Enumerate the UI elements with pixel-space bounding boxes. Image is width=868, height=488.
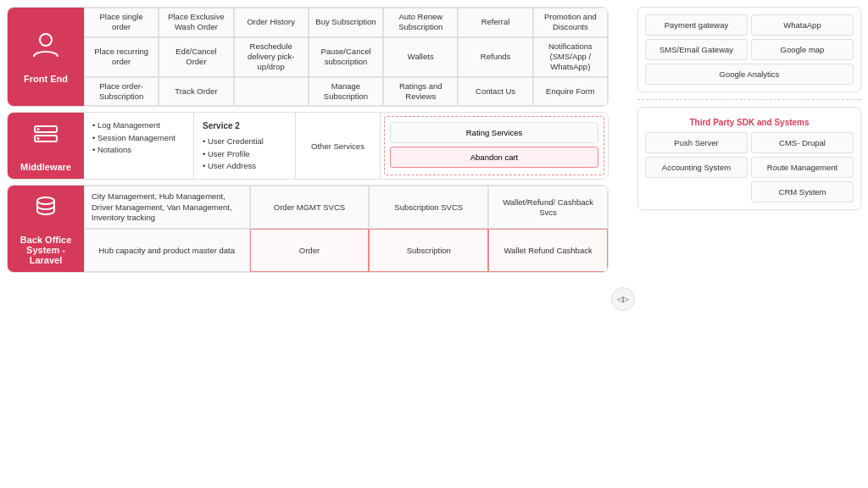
frontend-content: Place single order Place Exclusive Wash … [84, 8, 608, 106]
r-cell-analytics: Google Analytics [645, 64, 854, 85]
fe-cell-2-5: Wallets [383, 37, 458, 77]
frontend-icon [31, 30, 61, 65]
frontend-row-2: Place recurring order Edit/Cancel Order … [84, 37, 608, 77]
svg-point-5 [37, 197, 54, 204]
fe-cell-3-2: Track Order [159, 77, 233, 107]
middleware-service2: Service 2 User Credential User Profile U… [194, 113, 296, 179]
fe-cell-1-7: Promotion and Discounts [533, 8, 608, 37]
r-cell-whatsapp: WhataApp [751, 14, 854, 36]
fe-cell-2-4: Pause/Cancel subscription [309, 37, 383, 77]
mw-s1-item1: Log Management [92, 119, 185, 131]
svg-point-0 [40, 34, 52, 46]
fe-cell-2-2: Edit/Cancel Order [159, 37, 233, 77]
middleware-label: Middleware [8, 113, 84, 179]
bo-cell-2-3: Subscription [369, 229, 488, 272]
svg-point-3 [37, 128, 40, 130]
bo-cell-2-1: Hub capacity and product master data [84, 229, 250, 272]
r-cell-payment: Payment gateway [645, 14, 748, 36]
middleware-rating: Rating Services [390, 122, 598, 143]
middleware-section: Middleware Log Management Session Manage… [7, 112, 609, 180]
r-cell-push: Push Server [645, 132, 748, 153]
frontend-section: Front End Place single order Place Exclu… [7, 7, 609, 107]
r-cell-accounting: Accounting System [645, 157, 748, 178]
right-panel: Payment gateway WhataApp SMS/Email Gatew… [637, 7, 861, 481]
middleware-other: Other Services [296, 113, 381, 179]
r-cell-gmap: Google map [751, 39, 854, 60]
bo-cell-1-3: Subscription SVCS [369, 186, 488, 229]
middleware-icon [31, 119, 60, 153]
fe-cell-2-3: Reschedule delivery pick-up/drop [234, 37, 309, 77]
fe-cell-2-1: Place recurring order [84, 37, 159, 77]
right-sdk-block: Third Party SDK and Systems Push Server … [637, 107, 861, 210]
frontend-row-3: Place order-Subscription Track Order Man… [84, 77, 608, 107]
backoffice-title: Back Office System - Laravel [11, 235, 81, 265]
r-cell-sms: SMS/Email Gateway [645, 39, 748, 60]
fe-cell-3-6: Contact Us [458, 77, 532, 107]
right-top-grid: Payment gateway WhataApp SMS/Email Gatew… [645, 14, 854, 85]
sdk-title: Third Party SDK and Systems [645, 114, 854, 129]
middleware-right: Rating Services Abandon cart [384, 116, 604, 175]
middleware-service1: Log Management Session Management Notati… [84, 113, 194, 179]
mw-s2-item3: User Address [203, 160, 287, 172]
right-top-block: Payment gateway WhataApp SMS/Email Gatew… [637, 7, 861, 92]
mw-s2-item2: User Profile [203, 148, 287, 160]
backoffice-icon [31, 192, 60, 226]
backoffice-label: Back Office System - Laravel [8, 186, 84, 272]
backoffice-section: Back Office System - Laravel City Manage… [7, 185, 609, 273]
section-divider [637, 99, 861, 100]
bo-cell-1-4: Wallet/Refund/ Cashback Svcs [488, 186, 608, 229]
bo-cell-2-4: Wallet Refund Cashback [488, 229, 608, 272]
mw-s2-item1: User Credential [203, 136, 287, 147]
r-cell-route: Route Management [751, 157, 854, 178]
bo-cell-2-2: Order [250, 229, 370, 272]
frontend-row-1: Place single order Place Exclusive Wash … [84, 8, 608, 37]
fe-cell-1-6: Referral [458, 8, 532, 37]
mw-s1-item3: Notations [92, 144, 185, 156]
middleware-abandon: Abandon cart [390, 147, 598, 168]
r-cell-cms: CMS- Drupal [751, 132, 854, 153]
svg-point-4 [37, 137, 40, 140]
fe-cell-1-5: Auto Renew Subscription [383, 8, 458, 37]
frontend-title: Front End [24, 74, 68, 84]
bo-cell-1-2: Order MGMT SVCS [250, 186, 370, 229]
mw-s2-title: Service 2 [203, 119, 287, 132]
arrow-connector: ◁▷ [611, 287, 635, 311]
bo-cell-1-1: City Management, Hub Management, Driver … [84, 186, 250, 229]
fe-cell-3-5: Ratings and Reviews [383, 77, 458, 107]
bo-row-2: Hub capacity and product master data Ord… [84, 229, 608, 272]
arrow-connector-area: ◁▷ [614, 117, 632, 481]
middleware-content: Log Management Session Management Notati… [84, 113, 608, 179]
middleware-title: Middleware [20, 162, 71, 172]
fe-cell-2-6: Refunds [458, 37, 532, 77]
r-cell-crm: CRM System [751, 181, 854, 202]
fe-cell-3-7: Enquire Form [533, 77, 608, 107]
main-container: Front End Place single order Place Exclu… [0, 0, 868, 488]
backoffice-content: City Management, Hub Management, Driver … [84, 186, 608, 272]
fe-cell-3-4: Manage Subscription [309, 77, 383, 107]
fe-cell-1-1: Place single order [84, 8, 159, 37]
right-sdk-grid: Push Server CMS- Drupal Accounting Syste… [645, 132, 854, 202]
fe-cell-2-7: Notifications (SMS/App / WhatsApp) [533, 37, 608, 77]
fe-cell-3-3 [234, 77, 309, 107]
bo-row-1: City Management, Hub Management, Driver … [84, 186, 608, 229]
fe-cell-1-2: Place Exclusive Wash Order [159, 8, 233, 37]
fe-cell-1-3: Order History [234, 8, 309, 37]
left-panel: Front End Place single order Place Exclu… [7, 7, 609, 481]
frontend-label: Front End [8, 8, 84, 106]
fe-cell-1-4: Buy Subscription [309, 8, 383, 37]
fe-cell-3-1: Place order-Subscription [84, 77, 159, 107]
mw-s1-item2: Session Management [92, 132, 185, 144]
